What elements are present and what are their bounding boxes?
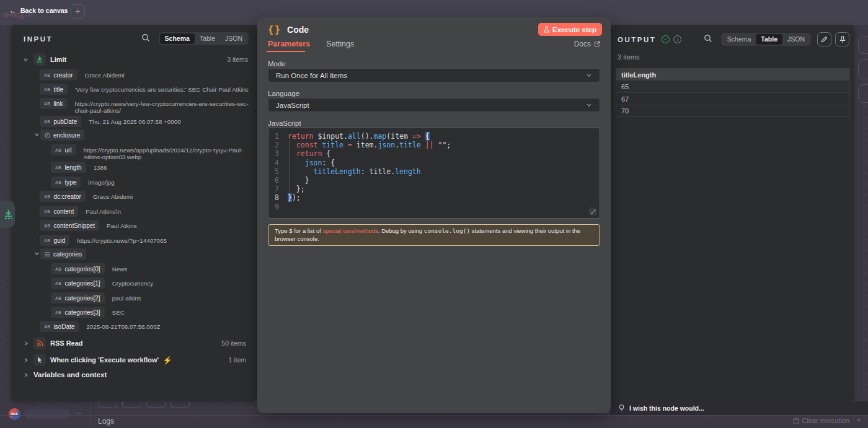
string-type-icon: AB [55, 310, 61, 315]
output-tab-json[interactable]: JSON [782, 34, 810, 45]
string-type-icon: AB [44, 102, 50, 106]
output-table-header[interactable]: titleLength [616, 69, 849, 81]
string-type-icon: AB [55, 267, 61, 271]
schema-field-guid[interactable]: ABguidhttps://crypto.news/?p=14407065 [40, 235, 167, 246]
output-items-count: 3 items [618, 53, 639, 61]
special-vars-link[interactable]: special vars/methods [323, 227, 378, 234]
canvas-right-node-2 [858, 59, 868, 79]
schema-field-pubdate[interactable]: ABpubDateThu, 21 Aug 2025 06:07:58 +0000 [40, 116, 181, 127]
flask-icon [544, 26, 549, 33]
input-tab-table[interactable]: Table [195, 33, 220, 44]
schema-field-type[interactable]: ABtypeimage/jpg [51, 177, 115, 188]
string-type-icon: AB [44, 238, 50, 243]
output-search-icon[interactable] [704, 34, 712, 45]
string-type-icon: AB [44, 209, 50, 214]
info-icon[interactable]: i [673, 35, 681, 43]
output-tab-schema[interactable]: Schema [722, 34, 756, 45]
editor-line-numbers: 123456789 [268, 132, 279, 211]
mode-label: Mode [268, 60, 286, 68]
output-table-row[interactable]: 65 [616, 81, 849, 92]
cursor-icon [33, 354, 46, 366]
chevron-down-icon[interactable] [34, 132, 40, 138]
input-title: INPUT [24, 35, 53, 43]
external-link-icon [594, 41, 600, 47]
input-node-manual-trigger[interactable]: When clicking 'Execute workflow' ⚡ 1 ite… [23, 354, 246, 366]
execute-step-button[interactable]: Execute step [538, 23, 602, 36]
docs-link[interactable]: Docs [574, 40, 600, 48]
output-table-row[interactable]: 67 [616, 92, 849, 104]
tab-settings[interactable]: Settings [326, 40, 354, 48]
input-node-limit[interactable]: Limit 3 items [23, 53, 248, 66]
string-type-icon: AB [44, 120, 50, 124]
string-type-icon: AB [55, 281, 61, 286]
string-type-icon: AB [44, 73, 50, 77]
schema-field-content[interactable]: ABcontentPaul Atkins\n [40, 206, 121, 217]
schema-field-categories[interactable]: categories [34, 248, 86, 260]
tab-parameters[interactable]: Parameters [268, 40, 310, 48]
clear-execution-button[interactable]: Clear execution [793, 417, 849, 424]
language-select[interactable]: JavaScript [268, 98, 600, 112]
schema-field-categories-1[interactable]: ABcategories[1]Cryptocurrency [51, 277, 153, 289]
editor-expand-icon[interactable] [589, 207, 597, 216]
back-arrow-icon: ← [9, 6, 17, 15]
node-feedback-bar[interactable]: I wish this node would... [610, 401, 868, 415]
code-editor[interactable]: 123456789 return $input.all().map(item =… [268, 128, 600, 219]
node-title[interactable]: Code [287, 25, 309, 35]
schema-field-link[interactable]: ABlinkhttps://crypto.news/very-few-crypt… [40, 98, 249, 114]
logs-label[interactable]: Logs [98, 417, 114, 426]
string-type-icon: AB [44, 325, 50, 329]
limit-node-icon [33, 53, 46, 66]
pin-icon [839, 36, 846, 43]
output-table: titleLength 65 67 70 [616, 68, 850, 117]
bottom-divider [0, 415, 868, 416]
limit-node-edge-icon[interactable] [0, 201, 15, 228]
user-name-placeholder [24, 409, 70, 419]
input-node-rss-read[interactable]: RSS Read 50 items [23, 337, 246, 349]
input-tab-json[interactable]: JSON [220, 33, 247, 44]
schema-field-isodate[interactable]: ABisoDate2025-08-21T06:07:58.000Z [40, 321, 161, 332]
mode-select[interactable]: Run Once for All Items [268, 68, 600, 82]
rss-icon [33, 337, 46, 349]
collapse-logs-chevron[interactable] [856, 417, 862, 422]
chevron-down-icon[interactable] [23, 57, 29, 63]
output-tab-table[interactable]: Table [756, 34, 782, 45]
back-to-canvas-button[interactable]: ←Back to canvas [9, 6, 68, 15]
user-menu-dots[interactable]: ⋯ [74, 409, 82, 417]
output-title: OUTPUT [618, 36, 656, 43]
chevron-down-icon[interactable] [34, 251, 40, 256]
schema-field-categories-3[interactable]: ABcategories[3]SEC [51, 307, 125, 318]
schema-field-dc-creator[interactable]: ABdc:creatorGrace Abidemi [40, 191, 133, 202]
chevron-right-icon[interactable] [23, 341, 29, 346]
chevron-right-icon[interactable] [23, 357, 29, 363]
editor-label: JavaScript [268, 120, 301, 127]
pencil-icon [821, 36, 828, 43]
schema-field-title[interactable]: ABtitle'Very few cryptocurrencies are se… [40, 84, 249, 95]
input-panel: INPUT Schema Table JSON Limit 3 items AB… [11, 25, 257, 401]
input-search-icon[interactable] [141, 33, 150, 44]
schema-field-length[interactable]: ABlength1386 [51, 162, 107, 173]
input-tab-schema[interactable]: Schema [160, 33, 195, 44]
object-type-icon [45, 133, 50, 138]
output-table-row[interactable]: 70 [616, 105, 849, 116]
chevron-right-icon[interactable] [23, 372, 29, 378]
schema-field-creator[interactable]: ABcreatorGrace Abidemi [40, 69, 125, 81]
string-type-icon: AB [44, 87, 50, 92]
avatar[interactable]: MA [9, 408, 20, 420]
string-type-icon: AB [55, 180, 61, 185]
new-tab-button[interactable]: + [71, 4, 85, 19]
schema-field-categories-0[interactable]: ABcategories[0]News [51, 263, 127, 274]
code-node-dialog: {} Code Execute step Parameters Settings… [257, 17, 611, 413]
output-display-mode-tabs: Schema Table JSON [721, 33, 811, 46]
bolt-icon: ⚡ [162, 356, 172, 365]
language-label: Language [268, 90, 299, 97]
edit-output-button[interactable] [817, 32, 831, 46]
schema-field-contentsnippet[interactable]: ABcontentSnippetPaul Atkins [40, 220, 137, 231]
schema-field-categories-2[interactable]: ABcategories[2]paul atkins [51, 292, 141, 304]
output-panel: OUTPUT ✓ i Schema Table JSON 3 items tit… [610, 25, 854, 401]
schema-field-enclosure[interactable]: enclosure [34, 129, 84, 141]
pin-output-button[interactable] [835, 32, 849, 46]
schema-field-url[interactable]: ABurlhttps://crypto.news/app/uploads/202… [51, 144, 244, 160]
string-type-icon: AB [44, 194, 50, 199]
canvas-right-node-3 [858, 84, 868, 103]
input-node-variables[interactable]: Variables and context [23, 371, 246, 378]
